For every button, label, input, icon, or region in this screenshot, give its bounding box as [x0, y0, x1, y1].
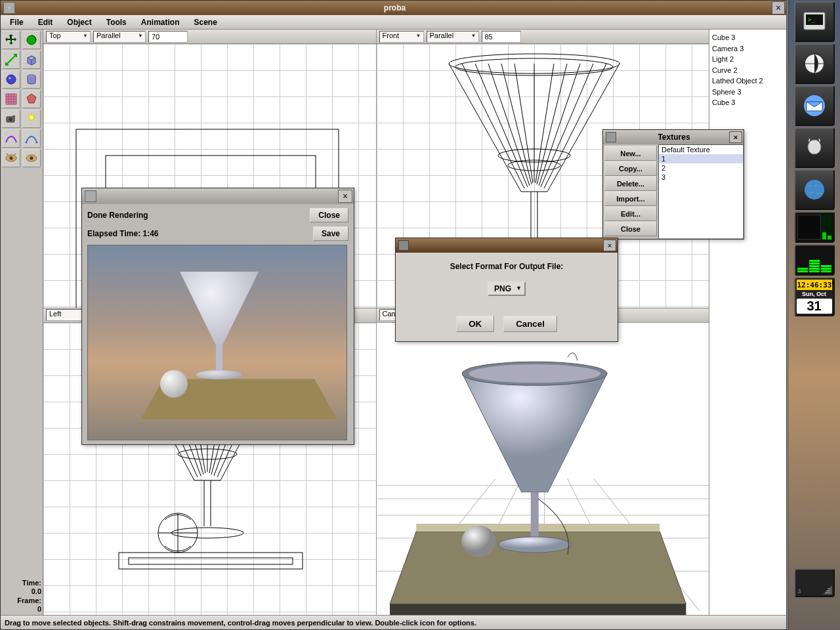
render-status-label: Done Rendering — [87, 211, 310, 220]
clock-time: 12:46:33 — [797, 281, 832, 289]
object-list-item[interactable]: Sphere 3 — [712, 87, 784, 98]
svg-rect-29 — [119, 553, 303, 569]
dock-clock[interactable]: 12:46:33A Sun, Oct 31 — [794, 277, 835, 316]
texture-item[interactable]: 3 — [659, 173, 743, 182]
render-save-btn[interactable]: Save — [313, 226, 348, 241]
zoom-input[interactable] — [148, 31, 188, 43]
resize-grip-icon[interactable] — [823, 585, 832, 595]
tool-create-spline-mesh[interactable] — [2, 90, 20, 108]
projection-select[interactable]: Parallel — [427, 31, 479, 43]
tool-create-curve-interp[interactable] — [22, 129, 41, 148]
tool-eye-rotate[interactable] — [22, 149, 41, 167]
menu-tools[interactable]: Tools — [100, 16, 133, 28]
texture-item[interactable]: 1 — [659, 154, 743, 163]
object-list-item[interactable]: Light 2 — [712, 54, 784, 65]
svg-point-2 — [9, 77, 11, 79]
textures-import-button[interactable]: Import... — [604, 191, 657, 206]
format-titlebar[interactable]: × — [396, 238, 618, 253]
format-select[interactable]: PNG — [488, 282, 526, 296]
menubar: File Edit Object Tools Animation Scene — [1, 15, 786, 30]
menu-scene[interactable]: Scene — [187, 16, 223, 28]
projection-select[interactable]: Parallel — [93, 31, 146, 43]
dock-terminal-icon[interactable]: >_ — [794, 1, 835, 42]
menu-object[interactable]: Object — [60, 16, 98, 28]
tool-create-light[interactable] — [22, 110, 41, 128]
render-close-btn[interactable]: Close — [310, 208, 348, 222]
tool-eye-move[interactable] — [2, 149, 20, 167]
render-close-button[interactable]: × — [338, 190, 352, 203]
svg-point-35 — [498, 537, 570, 553]
dock-gnu-icon[interactable] — [794, 127, 835, 168]
textures-list[interactable]: Default Texture 1 2 3 — [658, 144, 744, 239]
texture-item[interactable]: 2 — [659, 163, 743, 173]
textures-edit-button[interactable]: Edit... — [604, 206, 657, 221]
object-list-item[interactable]: Curve 2 — [712, 65, 784, 76]
svg-point-7 — [29, 115, 34, 120]
textures-close-button[interactable]: × — [729, 131, 742, 143]
textures-copy-button[interactable]: Copy... — [604, 161, 657, 176]
render-titlebar[interactable]: × — [82, 188, 354, 204]
menu-animation[interactable]: Animation — [135, 16, 186, 28]
format-cancel-button[interactable]: Cancel — [503, 316, 557, 332]
textures-new-button[interactable]: New... — [604, 146, 657, 161]
svg-rect-30 — [129, 558, 293, 564]
time-frame-display: Time: 0.0 Frame: 0 — [3, 579, 41, 614]
dock-pager[interactable]: 3 — [794, 568, 835, 597]
render-preview-image — [87, 245, 347, 440]
viewport-camera — [377, 323, 709, 616]
main-titlebar[interactable]: ▫ proba × — [1, 1, 786, 15]
status-bar: Drag to move selected objects. Shift-dra… — [1, 615, 786, 629]
format-ok-button[interactable]: OK — [456, 316, 494, 332]
window-menu-icon[interactable] — [85, 190, 96, 202]
object-list-item[interactable]: Camera 3 — [712, 43, 784, 54]
menu-file[interactable]: File — [3, 16, 30, 28]
svg-text:>_: >_ — [808, 16, 815, 23]
viewport-top-header: Top Parallel — [43, 30, 376, 44]
textures-palette: Textures × New... Copy... Delete... Impo… — [602, 129, 744, 240]
render-dialog: × Done Rendering Close Elapsed Time: 1:4… — [81, 188, 354, 445]
textures-delete-button[interactable]: Delete... — [604, 176, 657, 191]
time-label: Time: — [3, 579, 41, 587]
textures-close-btn[interactable]: Close — [604, 221, 657, 236]
svg-point-33 — [469, 364, 600, 383]
dock-cpu-meter[interactable] — [794, 244, 835, 276]
tool-create-camera[interactable] — [2, 110, 20, 128]
menu-edit[interactable]: Edit — [32, 16, 60, 28]
tool-create-cylinder[interactable] — [22, 70, 41, 89]
frame-label: Frame: — [3, 597, 41, 605]
time-value: 0.0 — [3, 587, 41, 596]
tool-palette: Time: 0.0 Frame: 0 — [1, 30, 43, 615]
view-direction-select[interactable]: Top — [46, 31, 91, 43]
tool-create-cube[interactable] — [22, 51, 41, 69]
format-prompt: Select Format For Output File: — [405, 262, 608, 271]
tool-create-sphere[interactable] — [2, 70, 20, 89]
svg-point-13 — [30, 157, 33, 160]
dock-mail-icon[interactable] — [794, 85, 835, 126]
dock-globe-icon[interactable] — [794, 169, 835, 210]
svg-point-8 — [26, 142, 28, 144]
texture-item[interactable]: Default Texture — [659, 145, 743, 154]
zoom-input[interactable] — [482, 31, 521, 43]
tool-move[interactable] — [2, 31, 20, 49]
object-list-item[interactable]: Cube 3 — [712, 32, 784, 43]
dock-browser-icon[interactable] — [794, 43, 835, 84]
svg-point-31 — [461, 526, 495, 557]
tool-rotate[interactable] — [22, 31, 41, 49]
tool-scale[interactable] — [2, 51, 20, 69]
window-menu-icon[interactable] — [398, 240, 409, 251]
dock-system-monitor[interactable] — [794, 211, 835, 243]
window-menu-icon[interactable] — [606, 132, 616, 142]
object-list-item[interactable]: Lathed Object 2 — [712, 75, 784, 87]
textures-titlebar[interactable]: Textures × — [603, 130, 744, 144]
viewport-camera-canvas[interactable] — [377, 323, 709, 616]
tool-create-polygon[interactable] — [22, 90, 41, 108]
view-direction-select[interactable]: Front — [379, 31, 424, 43]
clock-day: 31 — [797, 299, 832, 314]
window-close-button[interactable]: × — [772, 1, 785, 14]
shaded-camera-view — [377, 323, 709, 616]
clock-ampm: A — [831, 280, 834, 285]
tool-create-curve[interactable] — [2, 129, 20, 148]
format-close-button[interactable]: × — [603, 240, 616, 251]
object-list-item[interactable]: Cube 3 — [712, 97, 784, 108]
window-menu-icon[interactable]: ▫ — [3, 2, 15, 14]
